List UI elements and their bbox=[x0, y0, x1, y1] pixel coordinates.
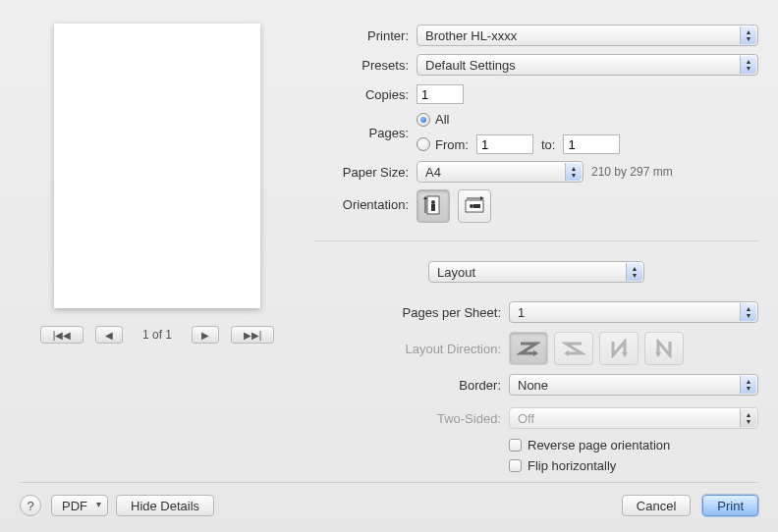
n-icon bbox=[607, 339, 631, 358]
layout-direction-z2-button[interactable] bbox=[554, 332, 593, 365]
svg-point-4 bbox=[470, 204, 473, 208]
pages-to-field[interactable] bbox=[563, 134, 620, 154]
help-icon: ? bbox=[27, 499, 33, 513]
border-label: Border: bbox=[314, 378, 501, 393]
radio-dot-icon bbox=[417, 113, 430, 127]
hide-details-button[interactable]: Hide Details bbox=[116, 495, 214, 516]
hide-details-label: Hide Details bbox=[131, 499, 199, 513]
pages-per-sheet-value: 1 bbox=[518, 305, 525, 320]
reverse-page-orientation-checkbox[interactable]: Reverse page orientation bbox=[509, 438, 670, 452]
section-popup[interactable]: Layout ▲▼ bbox=[428, 261, 644, 283]
layout-direction-z1-button[interactable] bbox=[509, 332, 548, 365]
copies-field[interactable] bbox=[417, 84, 464, 104]
layout-direction-label: Layout Direction: bbox=[314, 342, 501, 356]
print-button[interactable]: Print bbox=[702, 495, 758, 516]
first-page-icon: |◀◀ bbox=[53, 330, 72, 341]
chevron-updown-icon: ▲▼ bbox=[630, 264, 639, 280]
preview-column: |◀◀ ◀ 1 of 1 ▶ ▶▶| bbox=[20, 24, 295, 473]
paper-dimensions: 210 by 297 mm bbox=[591, 165, 673, 179]
section-value: Layout bbox=[437, 265, 475, 280]
two-sided-popup: Off ▲▼ bbox=[509, 407, 758, 429]
z-icon bbox=[517, 339, 540, 358]
two-sided-label: Two-Sided: bbox=[314, 411, 501, 426]
pages-from-label: From: bbox=[435, 137, 469, 152]
print-dialog: |◀◀ ◀ 1 of 1 ▶ ▶▶| Printer: bbox=[0, 0, 778, 532]
svg-rect-5 bbox=[473, 204, 480, 208]
pager-prev-button[interactable]: ◀ bbox=[95, 326, 123, 344]
presets-popup[interactable]: Default Settings ▲▼ bbox=[417, 54, 758, 76]
orientation-label: Orientation: bbox=[314, 189, 409, 212]
pager-first-button[interactable]: |◀◀ bbox=[40, 326, 83, 344]
checkbox-box-icon bbox=[509, 439, 522, 452]
presets-value: Default Settings bbox=[425, 58, 516, 73]
prev-page-icon: ◀ bbox=[105, 330, 113, 341]
pdf-label: PDF bbox=[62, 499, 87, 513]
preview-page bbox=[54, 24, 260, 308]
chevron-updown-icon: ▲▼ bbox=[744, 410, 753, 426]
pages-from-radio[interactable]: From: bbox=[417, 137, 469, 152]
flip-horizontally-checkbox[interactable]: Flip horizontally bbox=[509, 458, 616, 473]
landscape-icon bbox=[462, 196, 487, 216]
border-value: None bbox=[518, 378, 548, 393]
printer-label: Printer: bbox=[314, 28, 409, 43]
cancel-label: Cancel bbox=[637, 499, 676, 513]
paper-size-popup[interactable]: A4 ▲▼ bbox=[417, 161, 584, 183]
chevron-updown-icon: ▲▼ bbox=[744, 304, 753, 320]
last-page-icon: ▶▶| bbox=[244, 330, 262, 341]
chevron-updown-icon: ▲▼ bbox=[569, 164, 579, 180]
layout-direction-n2-button[interactable] bbox=[644, 332, 684, 365]
paper-size-label: Paper Size: bbox=[314, 165, 409, 180]
bottom-divider bbox=[20, 482, 758, 483]
n-mirror-icon bbox=[652, 339, 676, 358]
layout-direction-n1-button[interactable] bbox=[599, 332, 639, 365]
border-popup[interactable]: None ▲▼ bbox=[509, 374, 758, 396]
cancel-button[interactable]: Cancel bbox=[622, 495, 691, 516]
settings-column: Printer: Brother HL-xxxx ▲▼ Presets: Def… bbox=[314, 24, 758, 473]
preview-pager: |◀◀ ◀ 1 of 1 ▶ ▶▶| bbox=[20, 326, 295, 344]
paper-size-value: A4 bbox=[425, 165, 441, 180]
presets-label: Presets: bbox=[314, 58, 409, 73]
chevron-updown-icon: ▲▼ bbox=[744, 27, 753, 43]
chevron-updown-icon: ▲▼ bbox=[744, 57, 753, 73]
bottom-bar: ? PDF Hide Details Cancel Print bbox=[0, 472, 778, 532]
copies-label: Copies: bbox=[314, 87, 409, 102]
pager-next-button[interactable]: ▶ bbox=[192, 326, 219, 344]
radio-dot-icon bbox=[417, 137, 430, 151]
pdf-menu-button[interactable]: PDF bbox=[51, 495, 108, 516]
section-divider bbox=[314, 240, 758, 241]
pages-all-label: All bbox=[435, 112, 449, 127]
print-label: Print bbox=[717, 499, 744, 513]
next-page-icon: ▶ bbox=[201, 330, 209, 341]
pages-to-label: to: bbox=[541, 137, 555, 152]
orientation-portrait-button[interactable] bbox=[417, 189, 450, 223]
pages-all-radio[interactable]: All bbox=[417, 112, 449, 127]
help-button[interactable]: ? bbox=[20, 495, 41, 516]
pager-last-button[interactable]: ▶▶| bbox=[231, 326, 274, 344]
pager-page-label: 1 of 1 bbox=[135, 328, 180, 342]
printer-value: Brother HL-xxxx bbox=[425, 28, 517, 43]
printer-popup[interactable]: Brother HL-xxxx ▲▼ bbox=[417, 25, 758, 46]
layout-direction-group bbox=[509, 332, 684, 365]
flip-label: Flip horizontally bbox=[528, 458, 616, 473]
pages-per-sheet-popup[interactable]: 1 ▲▼ bbox=[509, 301, 758, 323]
two-sided-value: Off bbox=[518, 411, 534, 426]
portrait-icon bbox=[423, 194, 443, 218]
pages-label: Pages: bbox=[314, 126, 409, 140]
pages-per-sheet-label: Pages per Sheet: bbox=[314, 305, 501, 320]
checkbox-box-icon bbox=[509, 459, 522, 472]
orientation-landscape-button[interactable] bbox=[458, 189, 491, 223]
chevron-updown-icon: ▲▼ bbox=[744, 377, 753, 393]
s-icon bbox=[562, 339, 585, 358]
pages-from-field[interactable] bbox=[476, 134, 533, 154]
svg-rect-2 bbox=[431, 204, 435, 211]
reverse-label: Reverse page orientation bbox=[528, 438, 670, 452]
svg-point-1 bbox=[431, 200, 435, 204]
dialog-content: |◀◀ ◀ 1 of 1 ▶ ▶▶| Printer: bbox=[0, 0, 778, 481]
